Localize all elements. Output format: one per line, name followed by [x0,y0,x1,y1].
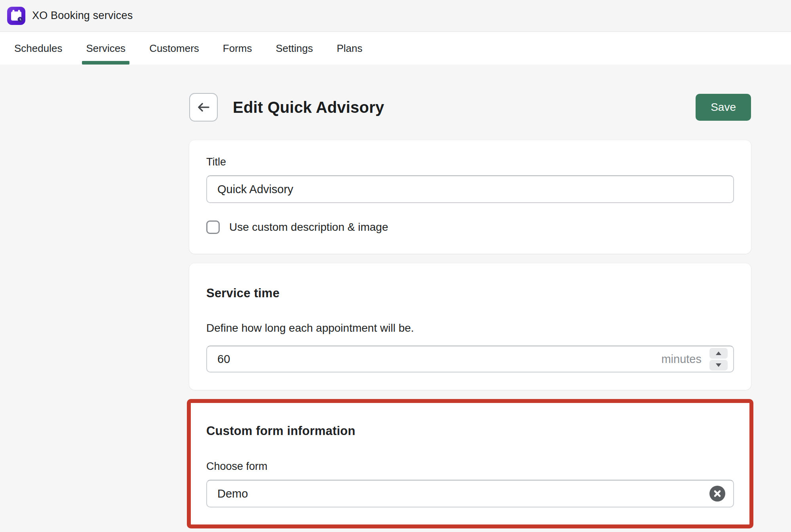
tab-settings-label: Settings [276,42,313,55]
choose-form-input-shell [206,480,734,507]
stepper-decrement-button[interactable] [709,360,728,370]
tab-settings[interactable]: Settings [276,32,313,65]
page-title: Edit Quick Advisory [233,99,384,116]
service-time-card: Service time Define how long each appoin… [189,263,751,390]
tab-forms[interactable]: Forms [223,32,252,65]
page-header: Edit Quick Advisory Save [189,93,751,122]
tab-plans-label: Plans [337,42,362,55]
tab-customers-label: Customers [149,42,199,55]
title-card: Title Use custom description & image [189,140,751,254]
custom-description-label: Use custom description & image [229,221,388,234]
stepper-increment-button[interactable] [709,348,728,359]
choose-form-label: Choose form [206,460,734,473]
back-button[interactable] [189,93,218,122]
service-time-description: Define how long each appointment will be… [206,322,734,334]
duration-input[interactable] [217,353,661,366]
tab-forms-label: Forms [223,42,252,55]
duration-stepper [709,348,728,370]
tab-customers[interactable]: Customers [149,32,199,65]
custom-description-row: Use custom description & image [206,220,734,234]
triangle-up-icon [716,352,721,355]
service-time-heading: Service time [206,286,734,300]
save-button[interactable]: Save [696,94,751,121]
tab-schedules-label: Schedules [14,42,62,55]
triangle-down-icon [716,363,721,367]
duration-unit-label: minutes [661,353,702,366]
active-tab-underline [82,61,129,65]
choose-form-input[interactable] [217,487,709,500]
custom-form-heading: Custom form information [206,424,734,438]
tab-plans[interactable]: Plans [337,32,362,65]
title-input-shell [206,175,734,203]
custom-description-checkbox[interactable] [206,220,220,234]
app-logo-calendar-icon [7,7,25,25]
tab-services-label: Services [86,42,125,55]
circle-x-icon [713,490,721,498]
app-title: XO Booking services [32,10,133,22]
main-content: Edit Quick Advisory Save Title Use custo… [189,65,751,532]
clear-form-button[interactable] [709,486,725,502]
tab-schedules[interactable]: Schedules [14,32,62,65]
custom-form-card: Custom form information Choose form [189,402,751,526]
nav-tabs: Schedules Services Customers Forms Setti… [0,32,791,65]
tab-services[interactable]: Services [86,32,125,65]
duration-input-shell: minutes [206,346,734,372]
title-input[interactable] [217,183,728,196]
arrow-left-icon [197,102,210,113]
app-header: XO Booking services [0,0,791,32]
title-field-label: Title [206,156,734,168]
